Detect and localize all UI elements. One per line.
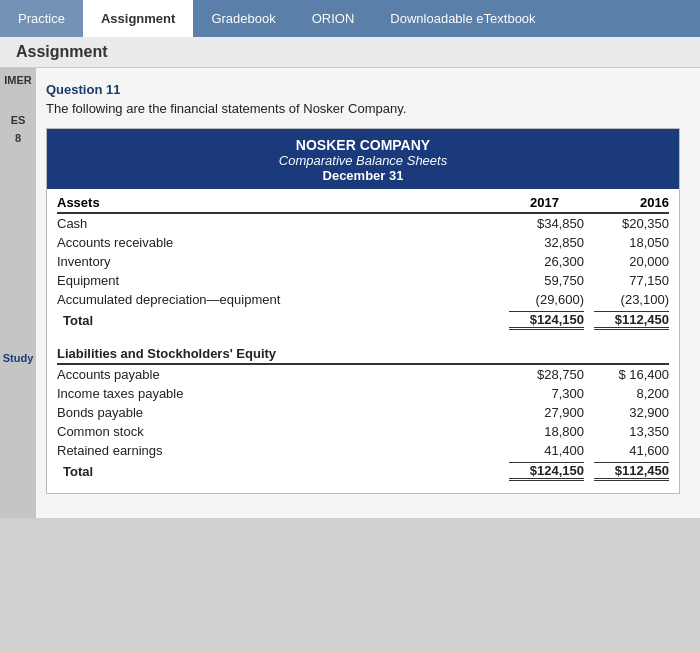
asset-val1-0: $34,850 — [509, 216, 584, 231]
liab-row-4: Retained earnings 41,400 41,600 — [57, 441, 669, 460]
liab-val1-0: $28,750 — [509, 367, 584, 382]
liab-val2-2: 32,900 — [594, 405, 669, 420]
asset-row-label-4: Accumulated depreciation—equipment — [57, 292, 509, 307]
asset-row-label-5: Total — [57, 313, 509, 328]
asset-row-values-2: 26,300 20,000 — [509, 254, 669, 269]
asset-row-values-1: 32,850 18,050 — [509, 235, 669, 250]
page-title: Assignment — [16, 43, 108, 60]
asset-row-5: Total $124,150 $112,450 — [57, 309, 669, 332]
asset-row-4: Accumulated depreciation—equipment (29,6… — [57, 290, 669, 309]
asset-val1-5: $124,150 — [509, 311, 584, 330]
liability-rows: Accounts payable $28,750 $ 16,400 Income… — [57, 365, 669, 483]
liab-row-label-2: Bonds payable — [57, 405, 509, 420]
liab-row-values-2: 27,900 32,900 — [509, 405, 669, 420]
asset-val1-3: 59,750 — [509, 273, 584, 288]
asset-row-2: Inventory 26,300 20,000 — [57, 252, 669, 271]
sidebar-label-8: 8 — [13, 130, 23, 146]
sidebar-label-es: ES — [9, 112, 28, 128]
liab-row-5: Total $124,150 $112,450 — [57, 460, 669, 483]
liab-val2-1: 8,200 — [594, 386, 669, 401]
bs-body: Assets 2017 2016 Cash $34,850 $20,350 Ac… — [47, 189, 679, 493]
asset-val2-3: 77,150 — [594, 273, 669, 288]
bs-header: NOSKER COMPANY Comparative Balance Sheet… — [47, 129, 679, 189]
asset-row-3: Equipment 59,750 77,150 — [57, 271, 669, 290]
study-button[interactable]: Study — [1, 350, 36, 366]
liab-val1-5: $124,150 — [509, 462, 584, 481]
liab-row-values-1: 7,300 8,200 — [509, 386, 669, 401]
asset-rows: Cash $34,850 $20,350 Accounts receivable… — [57, 214, 669, 332]
liab-row-label-0: Accounts payable — [57, 367, 509, 382]
asset-row-values-3: 59,750 77,150 — [509, 273, 669, 288]
page-header: Assignment — [0, 37, 700, 68]
asset-val2-2: 20,000 — [594, 254, 669, 269]
asset-val2-4: (23,100) — [594, 292, 669, 307]
question-number: Question 11 — [46, 82, 680, 97]
column-headers: 2017 2016 — [489, 195, 669, 210]
col-header-2016: 2016 — [599, 195, 669, 210]
asset-row-label-0: Cash — [57, 216, 509, 231]
col-header-2017: 2017 — [489, 195, 559, 210]
liab-row-1: Income taxes payable 7,300 8,200 — [57, 384, 669, 403]
liab-row-3: Common stock 18,800 13,350 — [57, 422, 669, 441]
liab-val2-5: $112,450 — [594, 462, 669, 481]
asset-val1-4: (29,600) — [509, 292, 584, 307]
liab-val1-1: 7,300 — [509, 386, 584, 401]
liab-row-label-3: Common stock — [57, 424, 509, 439]
asset-val2-1: 18,050 — [594, 235, 669, 250]
liab-val1-2: 27,900 — [509, 405, 584, 420]
asset-row-0: Cash $34,850 $20,350 — [57, 214, 669, 233]
liab-row-values-5: $124,150 $112,450 — [509, 462, 669, 481]
asset-row-values-0: $34,850 $20,350 — [509, 216, 669, 231]
sheet-date: December 31 — [53, 168, 673, 183]
liab-row-values-4: 41,400 41,600 — [509, 443, 669, 458]
top-navigation: PracticeAssignmentGradebookORIONDownload… — [0, 0, 700, 37]
asset-row-label-3: Equipment — [57, 273, 509, 288]
liab-val1-3: 18,800 — [509, 424, 584, 439]
asset-val2-0: $20,350 — [594, 216, 669, 231]
balance-sheet-table: NOSKER COMPANY Comparative Balance Sheet… — [46, 128, 680, 494]
question-text: The following are the financial statemen… — [46, 101, 680, 116]
asset-row-1: Accounts receivable 32,850 18,050 — [57, 233, 669, 252]
nav-item-assignment[interactable]: Assignment — [83, 0, 193, 37]
nav-item-practice[interactable]: Practice — [0, 0, 83, 37]
asset-val1-1: 32,850 — [509, 235, 584, 250]
liab-row-2: Bonds payable 27,900 32,900 — [57, 403, 669, 422]
asset-val1-2: 26,300 — [509, 254, 584, 269]
liab-val2-4: 41,600 — [594, 443, 669, 458]
asset-val2-5: $112,450 — [594, 311, 669, 330]
nav-item-downloadable-etextbook[interactable]: Downloadable eTextbook — [372, 0, 553, 37]
liab-row-label-1: Income taxes payable — [57, 386, 509, 401]
liab-row-0: Accounts payable $28,750 $ 16,400 — [57, 365, 669, 384]
liab-equity-header: Liabilities and Stockholders' Equity — [57, 342, 669, 365]
asset-row-values-4: (29,600) (23,100) — [509, 292, 669, 307]
liab-val1-4: 41,400 — [509, 443, 584, 458]
left-sidebar: IMER ES 8 Study — [0, 68, 36, 518]
asset-row-values-5: $124,150 $112,450 — [509, 311, 669, 330]
timer-label: IMER — [2, 72, 34, 88]
liab-row-values-3: 18,800 13,350 — [509, 424, 669, 439]
assets-label: Assets — [57, 195, 100, 210]
nav-item-orion[interactable]: ORION — [294, 0, 373, 37]
liab-row-values-0: $28,750 $ 16,400 — [509, 367, 669, 382]
sheet-title: Comparative Balance Sheets — [53, 153, 673, 168]
liab-val2-0: $ 16,400 — [594, 367, 669, 382]
liab-row-label-5: Total — [57, 464, 509, 479]
assets-section-header: Assets 2017 2016 — [57, 189, 669, 214]
liab-row-label-4: Retained earnings — [57, 443, 509, 458]
content-area: Question 11 The following are the financ… — [36, 68, 700, 518]
liab-val2-3: 13,350 — [594, 424, 669, 439]
asset-row-label-1: Accounts receivable — [57, 235, 509, 250]
asset-row-label-2: Inventory — [57, 254, 509, 269]
nav-item-gradebook[interactable]: Gradebook — [193, 0, 293, 37]
company-name: NOSKER COMPANY — [53, 137, 673, 153]
